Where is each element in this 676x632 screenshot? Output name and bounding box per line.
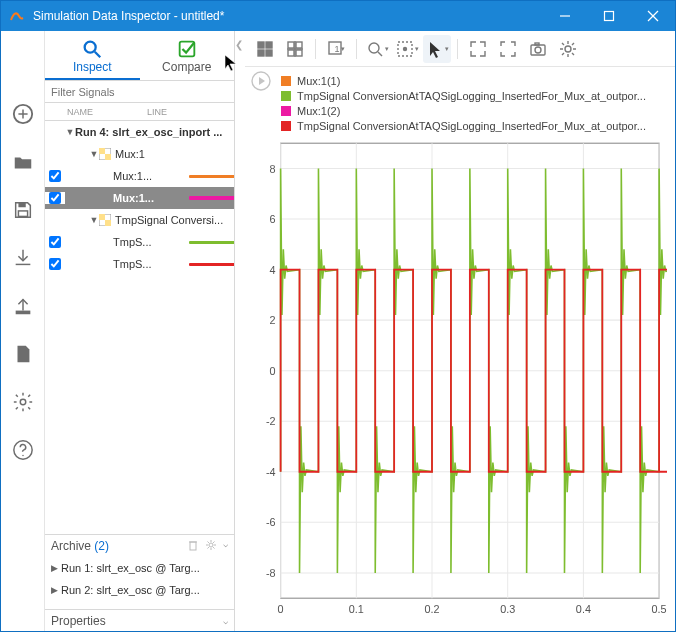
layout-grid-button[interactable] bbox=[251, 35, 279, 63]
line-swatch[interactable] bbox=[189, 263, 234, 266]
minimize-button[interactable] bbox=[543, 1, 587, 31]
play-button[interactable] bbox=[251, 71, 271, 91]
cursor-button[interactable]: ▾ bbox=[423, 35, 451, 63]
import-button[interactable] bbox=[10, 245, 36, 271]
svg-line-40 bbox=[378, 52, 382, 56]
save-button[interactable] bbox=[10, 197, 36, 223]
run-label: Run 4: slrt_ex_osc_inport ... bbox=[75, 126, 222, 138]
svg-point-42 bbox=[403, 47, 406, 50]
layout-custom-button[interactable] bbox=[281, 35, 309, 63]
new-run-button[interactable] bbox=[10, 101, 36, 127]
settings-button[interactable] bbox=[10, 389, 36, 415]
svg-text:0.4: 0.4 bbox=[576, 602, 591, 614]
archive-count: (2) bbox=[94, 539, 109, 553]
svg-rect-20 bbox=[99, 148, 105, 154]
svg-rect-8 bbox=[18, 211, 27, 217]
magnifier-icon bbox=[81, 38, 103, 60]
signal-checkbox[interactable] bbox=[49, 192, 61, 204]
svg-text:2: 2 bbox=[270, 314, 276, 326]
group-mux[interactable]: ▼ Mux:1 bbox=[45, 143, 234, 165]
svg-text:0.2: 0.2 bbox=[424, 602, 439, 614]
svg-text:0.1: 0.1 bbox=[349, 602, 364, 614]
fullscreen-button[interactable] bbox=[494, 35, 522, 63]
svg-rect-33 bbox=[296, 42, 302, 48]
signal-checkbox[interactable] bbox=[49, 236, 61, 248]
plot-area[interactable]: -8-6-4-20246800.10.20.30.40.5 bbox=[253, 137, 667, 623]
signal-row-tmp1[interactable]: TmpS... bbox=[45, 231, 234, 253]
svg-rect-29 bbox=[266, 42, 272, 48]
checkbox-icon bbox=[176, 38, 198, 60]
archive-run-2[interactable]: ▶Run 2: slrt_ex_osc @ Targ... bbox=[45, 579, 234, 601]
svg-rect-28 bbox=[258, 42, 264, 48]
signal-checkbox[interactable] bbox=[49, 170, 61, 182]
svg-point-27 bbox=[209, 543, 213, 547]
close-button[interactable] bbox=[631, 1, 675, 31]
axes-count-button[interactable]: 1▾ bbox=[322, 35, 350, 63]
svg-rect-7 bbox=[18, 203, 25, 208]
help-button[interactable] bbox=[10, 437, 36, 463]
line-swatch[interactable] bbox=[189, 175, 234, 178]
export-button[interactable] bbox=[10, 293, 36, 319]
legend: Mux:1(1) TmpSignal ConversionAtTAQSigLog… bbox=[281, 73, 667, 133]
signal-row-mux1[interactable]: Mux:1... bbox=[45, 165, 234, 187]
svg-text:-4: -4 bbox=[266, 466, 276, 478]
svg-rect-1 bbox=[605, 12, 614, 21]
svg-rect-45 bbox=[535, 43, 539, 45]
svg-text:6: 6 bbox=[270, 213, 276, 225]
block-icon bbox=[99, 148, 111, 160]
svg-text:4: 4 bbox=[270, 263, 276, 275]
fit-button[interactable]: ▾ bbox=[393, 35, 421, 63]
expand-button[interactable] bbox=[464, 35, 492, 63]
svg-text:0.3: 0.3 bbox=[500, 602, 515, 614]
svg-rect-35 bbox=[296, 50, 302, 56]
block-icon bbox=[99, 214, 111, 226]
column-name[interactable]: NAME bbox=[65, 103, 145, 120]
report-button[interactable] bbox=[10, 341, 36, 367]
signal-row-mux2[interactable]: Mux:1... bbox=[45, 187, 234, 209]
filter-input[interactable] bbox=[45, 81, 234, 102]
maximize-button[interactable] bbox=[587, 1, 631, 31]
svg-marker-48 bbox=[259, 77, 265, 85]
properties-toggle[interactable]: Properties ⌵ bbox=[45, 609, 234, 631]
column-line[interactable]: LINE bbox=[145, 103, 234, 120]
tab-compare[interactable]: Compare bbox=[140, 31, 235, 80]
svg-point-44 bbox=[535, 47, 541, 53]
camera-button[interactable] bbox=[524, 35, 552, 63]
svg-text:-6: -6 bbox=[266, 516, 276, 528]
svg-rect-34 bbox=[288, 50, 294, 56]
group-tmp[interactable]: ▼ TmpSignal Conversi... bbox=[45, 209, 234, 231]
archive-run-1[interactable]: ▶Run 1: slrt_ex_osc @ Targ... bbox=[45, 557, 234, 579]
svg-point-13 bbox=[20, 399, 26, 405]
svg-text:8: 8 bbox=[270, 162, 276, 174]
trash-icon[interactable] bbox=[187, 539, 199, 554]
chevron-down-icon[interactable]: ⌵ bbox=[223, 539, 228, 554]
svg-text:-2: -2 bbox=[266, 415, 276, 427]
line-swatch[interactable] bbox=[189, 241, 234, 244]
open-button[interactable] bbox=[10, 149, 36, 175]
tab-inspect-label: Inspect bbox=[73, 60, 112, 74]
window-title: Simulation Data Inspector - untitled* bbox=[33, 9, 543, 23]
signal-checkbox[interactable] bbox=[49, 258, 61, 270]
svg-rect-30 bbox=[258, 50, 264, 56]
svg-text:0: 0 bbox=[270, 365, 276, 377]
chevron-up-icon: ⌵ bbox=[223, 616, 228, 626]
svg-rect-24 bbox=[105, 220, 111, 226]
zoom-button[interactable]: ▾ bbox=[363, 35, 391, 63]
svg-line-17 bbox=[95, 51, 101, 57]
tab-inspect[interactable]: Inspect bbox=[45, 31, 140, 80]
line-swatch[interactable] bbox=[189, 196, 234, 200]
signal-row-tmp2[interactable]: TmpS... bbox=[45, 253, 234, 275]
archive-label: Archive bbox=[51, 539, 91, 553]
gear-icon[interactable] bbox=[205, 539, 217, 554]
tab-compare-label: Compare bbox=[162, 60, 211, 74]
svg-rect-31 bbox=[266, 50, 272, 56]
svg-point-46 bbox=[565, 46, 571, 52]
run-row[interactable]: ▼Run 4: slrt_ex_osc_inport ... bbox=[45, 121, 234, 143]
collapse-panel-button[interactable]: ❮ bbox=[235, 39, 243, 50]
plot-settings-button[interactable] bbox=[554, 35, 582, 63]
svg-text:0.5: 0.5 bbox=[652, 602, 667, 614]
app-logo-icon bbox=[9, 8, 25, 24]
svg-point-15 bbox=[22, 455, 23, 456]
svg-text:0: 0 bbox=[278, 602, 284, 614]
svg-text:-8: -8 bbox=[266, 567, 276, 579]
